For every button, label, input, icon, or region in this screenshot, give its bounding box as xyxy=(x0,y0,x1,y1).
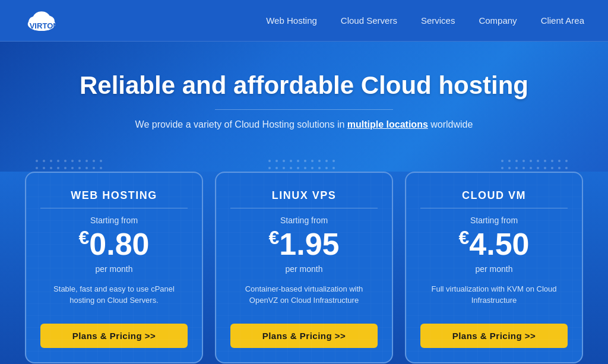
hero-section: Reliable and affordable Cloud hosting We… xyxy=(0,42,608,172)
hero-divider xyxy=(215,109,393,110)
card-bg-1 xyxy=(26,173,202,362)
main-nav: VIRTONO Web Hosting Cloud Servers Servic… xyxy=(0,0,608,42)
nav-link-services[interactable]: Services xyxy=(421,15,455,26)
hero-subtext: We provide a variety of Cloud Hosting so… xyxy=(12,119,596,130)
nav-item-web-hosting[interactable]: Web Hosting xyxy=(266,15,317,26)
hero-sub-bold: multiple locations xyxy=(347,119,428,129)
nav-item-client-area[interactable]: Client Area xyxy=(541,15,584,26)
svg-text:VIRTONO: VIRTONO xyxy=(30,21,59,30)
hero-heading: Reliable and affordable Cloud hosting xyxy=(12,71,596,100)
nav-item-services[interactable]: Services xyxy=(421,15,455,26)
hero-sub-suffix: worldwide xyxy=(428,119,473,129)
logo-cloud-icon: VIRTONO xyxy=(24,9,59,33)
cards-grid: WEB HOSTING Starting from €0.80 per mont… xyxy=(24,172,584,363)
nav-link-client-area[interactable]: Client Area xyxy=(541,15,584,26)
nav-link-cloud-servers[interactable]: Cloud Servers xyxy=(341,15,397,26)
cloud-vm-card: CLOUD VM Starting from €4.50 per month F… xyxy=(405,172,583,363)
cards-section: WEB HOSTING Starting from €0.80 per mont… xyxy=(0,172,608,364)
nav-link-company[interactable]: Company xyxy=(479,15,517,26)
nav-item-company[interactable]: Company xyxy=(479,15,517,26)
card-bg-2 xyxy=(216,173,392,362)
nav-link-web-hosting[interactable]: Web Hosting xyxy=(266,15,317,26)
linux-vps-card: LINUX VPS Starting from €1.95 per month … xyxy=(215,172,393,363)
logo[interactable]: VIRTONO xyxy=(24,9,59,33)
card-bg-3 xyxy=(406,173,582,362)
web-hosting-card: WEB HOSTING Starting from €0.80 per mont… xyxy=(25,172,203,363)
nav-item-cloud-servers[interactable]: Cloud Servers xyxy=(341,15,397,26)
hero-sub-prefix: We provide a variety of Cloud Hosting so… xyxy=(135,119,347,129)
nav-links: Web Hosting Cloud Servers Services Compa… xyxy=(266,15,584,26)
